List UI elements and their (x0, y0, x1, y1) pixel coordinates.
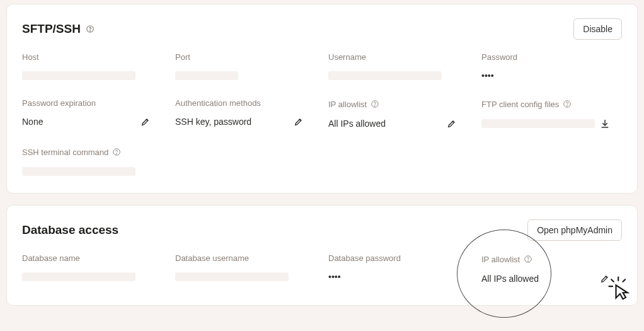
ftp-cfg-field: FTP client config files (481, 98, 622, 131)
db-header: Database access Open phpMyAdmin (22, 219, 622, 241)
port-field: Port (175, 52, 316, 83)
port-label: Port (175, 52, 316, 62)
ftp-cfg-label-wrap: FTP client config files (481, 98, 622, 110)
allowlist-label: IP allowlist (328, 100, 367, 109)
disable-button[interactable]: Disable (573, 18, 622, 40)
svg-point-5 (567, 105, 568, 106)
db-pwd-value: •••• (328, 272, 341, 282)
port-value-mask (175, 71, 238, 80)
ftp-cfg-label: FTP client config files (481, 100, 559, 109)
db-name-value-mask (22, 272, 135, 281)
password-value: •••• (481, 71, 494, 81)
db-user-value-mask (175, 272, 289, 281)
ssh-cmd-value-mask (22, 167, 135, 176)
allowlist-label-wrap: IP allowlist (328, 98, 469, 110)
db-pwd-field: Database password •••• (328, 253, 469, 286)
download-icon[interactable] (599, 118, 611, 129)
db-user-label: Database username (175, 253, 316, 263)
ssh-cmd-label: SSH terminal command (22, 148, 108, 157)
password-field: Password •••• (481, 52, 622, 83)
help-icon[interactable] (84, 23, 96, 35)
svg-point-9 (528, 260, 529, 261)
sftp-title-wrap: SFTP/SSH (22, 22, 96, 36)
db-allowlist-field: IP allowlist All IPs allowed (481, 253, 622, 286)
edit-icon[interactable] (446, 118, 457, 129)
auth-label: Authentication methods (175, 98, 316, 108)
username-label: Username (328, 52, 469, 62)
allowlist-value: All IPs allowed (328, 119, 386, 129)
allowlist-field: IP allowlist All IPs allowed (328, 98, 469, 131)
edit-icon[interactable] (599, 273, 611, 284)
db-pwd-label: Database password (328, 253, 469, 263)
host-value-mask (22, 71, 135, 80)
ftp-cfg-value-mask (481, 119, 595, 128)
ssh-cmd-field: SSH terminal command (22, 146, 163, 179)
host-field: Host (22, 52, 163, 83)
db-user-field: Database username (175, 253, 316, 286)
username-value-mask (328, 71, 442, 80)
sftp-ssh-card: SFTP/SSH Disable Host Port Username Pass… (6, 4, 638, 194)
username-field: Username (328, 52, 469, 83)
pw-exp-value: None (22, 117, 43, 127)
help-icon[interactable] (561, 98, 573, 110)
help-icon[interactable] (369, 98, 381, 110)
database-access-card: Database access Open phpMyAdmin Database… (6, 205, 638, 306)
host-label: Host (22, 52, 163, 62)
auth-field: Authentication methods SSH key, password (175, 98, 316, 131)
db-allowlist-value: All IPs allowed (481, 274, 539, 284)
auth-value: SSH key, password (175, 117, 251, 127)
help-icon[interactable] (111, 146, 122, 158)
ssh-cmd-label-wrap: SSH terminal command (22, 146, 163, 158)
db-allowlist-label-wrap: IP allowlist (481, 253, 622, 265)
svg-point-3 (375, 105, 376, 106)
svg-point-1 (89, 30, 90, 31)
pw-exp-field: Password expiration None (22, 98, 163, 131)
help-icon[interactable] (522, 253, 534, 265)
edit-icon[interactable] (140, 116, 151, 127)
edit-icon[interactable] (293, 116, 304, 127)
db-name-label: Database name (22, 253, 163, 263)
db-name-field: Database name (22, 253, 163, 286)
password-label: Password (481, 52, 622, 62)
db-allowlist-label: IP allowlist (481, 255, 520, 264)
svg-point-7 (117, 153, 117, 154)
db-title: Database access (22, 223, 118, 237)
sftp-header: SFTP/SSH Disable (22, 18, 622, 40)
pw-exp-label: Password expiration (22, 98, 163, 108)
db-grid: Database name Database username Database… (22, 253, 622, 286)
sftp-grid: Host Port Username Password •••• Passwor… (22, 52, 622, 179)
open-phpmyadmin-button[interactable]: Open phpMyAdmin (527, 219, 622, 241)
sftp-title: SFTP/SSH (22, 22, 81, 36)
